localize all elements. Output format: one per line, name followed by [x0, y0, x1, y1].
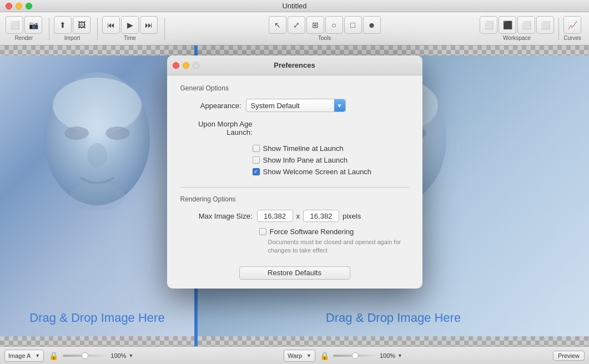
time-section: ⏮ ▶ ⏭ Time	[102, 16, 158, 41]
separator	[180, 187, 409, 188]
rendering-options-header: Rendering Options	[180, 195, 409, 203]
dropdown-arrow-icon: ▼	[334, 99, 345, 112]
tools-section: ↖ ⤢ ⊞ ○ □ ☻ Tools	[269, 16, 381, 41]
upon-launch-label-row: Upon Morph Age Launch:	[180, 120, 409, 136]
image-select[interactable]: Image A ▼	[4, 350, 44, 362]
force-software-row: Force Software Rendering	[180, 228, 409, 236]
svg-point-2	[64, 127, 89, 140]
checkbox-welcome-row: Show Welcome Screen at Launch	[180, 168, 409, 176]
svg-point-5	[69, 183, 125, 211]
rect-tool-button[interactable]: □	[344, 16, 362, 34]
restore-defaults-button[interactable]: Restore Defaults	[239, 266, 350, 280]
general-options-header: General Options	[180, 84, 409, 92]
points-tool-button[interactable]: ⊞	[306, 16, 324, 34]
svg-point-3	[105, 127, 130, 140]
left-image-area[interactable]: Drag & Drop Image Here	[0, 55, 194, 336]
divider-2	[97, 18, 98, 40]
import-section: ⬆ 🖼 Import	[54, 16, 90, 41]
workspace-btn-3[interactable]: ⬜	[517, 16, 535, 34]
import-label: Import	[64, 35, 80, 41]
pixels-label: pixels	[343, 212, 361, 220]
dialog-body: General Options Appearance: System Defau…	[167, 75, 422, 266]
toolbar: ⬜ 📷 Render ⬆ 🖼 Import ⏮ ▶ ⏭ Time ↖ ⤢ ⊞ ○	[0, 12, 589, 46]
max-width-input[interactable]	[257, 210, 293, 222]
right-checker-bottom	[198, 336, 589, 346]
face-tool-button[interactable]: ☻	[363, 16, 381, 34]
checkbox-timeline-label: Show Timeline at Launch	[263, 144, 344, 153]
workspace-btn-2[interactable]: ⬛	[499, 16, 516, 34]
dialog-close-button[interactable]	[173, 62, 179, 69]
camera-button[interactable]: 📷	[24, 16, 42, 34]
maximize-button[interactable]	[26, 3, 32, 9]
right-zoom-slider[interactable]	[333, 355, 377, 357]
time-next-button[interactable]: ⏭	[140, 16, 158, 34]
curves-label: Curves	[563, 35, 581, 41]
preview-button[interactable]: Preview	[553, 351, 585, 361]
checkbox-info-pane[interactable]	[253, 156, 260, 164]
appearance-row: Appearance: System Default ▼	[180, 99, 409, 112]
lock-icon[interactable]: 🔒	[47, 350, 59, 362]
select-tool-button[interactable]: ↖	[269, 16, 286, 34]
max-height-input[interactable]	[303, 210, 339, 222]
time-play-button[interactable]: ▶	[121, 16, 139, 34]
left-checker-bottom	[0, 336, 194, 346]
checkbox-timeline[interactable]	[253, 145, 260, 152]
time-label: Time	[124, 35, 136, 41]
render-label: Render	[15, 35, 33, 41]
max-image-size-label: Max Image Size:	[180, 212, 253, 220]
divider-3	[164, 18, 165, 40]
upon-launch-label: Upon Morph Age Launch:	[180, 120, 253, 136]
minimize-button[interactable]	[16, 3, 22, 9]
divider-4	[558, 18, 559, 40]
title-bar: Untitled	[0, 0, 589, 12]
circle-tool-button[interactable]: ○	[325, 16, 343, 34]
preferences-dialog[interactable]: Preferences General Options Appearance: …	[167, 55, 422, 289]
right-checker-top	[198, 46, 589, 55]
workspace-btn-4[interactable]: ⬜	[536, 16, 554, 34]
dialog-min-button[interactable]	[183, 62, 189, 69]
checkbox-welcome-label: Show Welcome Screen at Launch	[263, 168, 372, 176]
left-drag-drop-text: Drag & Drop Image Here	[29, 311, 164, 325]
import-button[interactable]: ⬆	[54, 16, 72, 34]
render-button[interactable]: ⬜	[6, 16, 23, 34]
time-prev-button[interactable]: ⏮	[102, 16, 120, 34]
workspace-label: Workspace	[503, 35, 531, 41]
curves-button[interactable]: 📈	[563, 16, 581, 34]
dialog-max-button	[193, 62, 199, 69]
left-zoom-slider[interactable]	[63, 355, 107, 357]
right-zoom-slider-group	[333, 355, 377, 357]
checkbox-info-pane-label: Show Info Pane at Launch	[263, 156, 348, 164]
warp-tool-button[interactable]: ⤢	[288, 16, 305, 34]
tools-label: Tools	[318, 35, 331, 41]
left-checker-top	[0, 46, 194, 55]
upon-launch-section: Upon Morph Age Launch: Show Timeline at …	[180, 120, 409, 176]
import-image-button[interactable]: 🖼	[73, 16, 90, 34]
bottom-center: Warp ▼ 🔒 100% ▼	[137, 350, 550, 362]
force-software-note: Documents must be closed and opened agai…	[180, 238, 409, 255]
warp-select[interactable]: Warp ▼	[284, 350, 315, 362]
checkbox-info-pane-row: Show Info Pane at Launch	[180, 156, 409, 164]
appearance-dropdown[interactable]: System Default ▼	[246, 99, 346, 112]
svg-point-4	[87, 143, 107, 168]
workspace-btn-1[interactable]: ⬜	[480, 16, 497, 34]
checkbox-timeline-row: Show Timeline at Launch	[180, 144, 409, 153]
left-face-mask	[31, 61, 164, 228]
force-software-label: Force Software Rendering	[270, 228, 354, 236]
checkbox-force-software[interactable]	[259, 228, 266, 235]
dialog-titlebar: Preferences	[167, 55, 422, 75]
window-title: Untitled	[282, 2, 306, 10]
left-zoom-slider-group	[63, 355, 107, 357]
svg-point-1	[53, 78, 142, 133]
right-drag-drop-text: Drag & Drop Image Here	[326, 311, 461, 325]
dialog-footer: Restore Defaults	[167, 266, 422, 289]
right-zoom-percent: 100% ▼	[380, 352, 402, 359]
window-traffic-lights	[6, 3, 32, 9]
left-panel: Drag & Drop Image Here	[0, 46, 194, 346]
x-separator: x	[296, 212, 300, 220]
lock-icon-center[interactable]: 🔒	[319, 350, 331, 362]
curves-section: 📈 Curves	[563, 16, 581, 41]
close-button[interactable]	[6, 3, 12, 9]
checkbox-welcome[interactable]	[253, 168, 260, 175]
divider-1	[49, 18, 49, 40]
bottom-bar: Image A ▼ 🔒 100% ▼ Warp ▼ 🔒 100% ▼ Previ…	[0, 346, 589, 364]
